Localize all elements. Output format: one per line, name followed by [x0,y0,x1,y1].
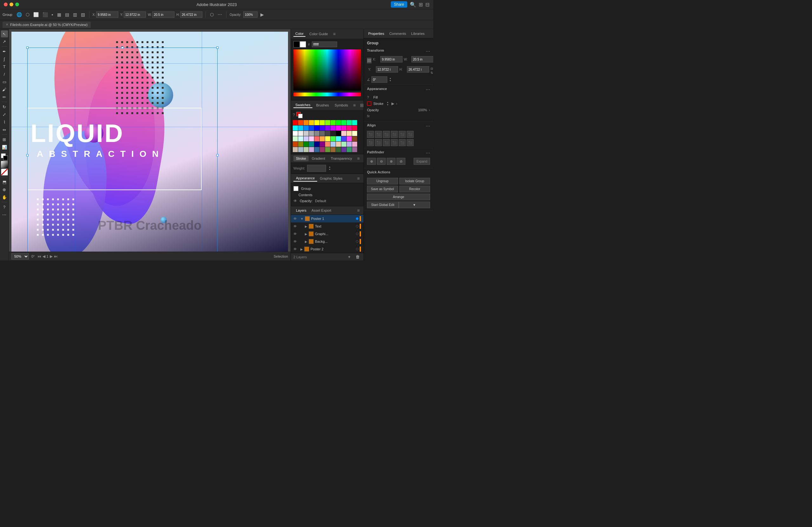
swatch-color[interactable] [293,120,298,125]
swatch-color[interactable] [325,120,330,125]
tab-layers[interactable]: Layers [293,208,309,213]
swatch-color[interactable] [336,142,341,147]
shape-builder-tool[interactable]: ⊞ [1,136,8,143]
swatch-color[interactable] [347,147,352,152]
layer-expand-icon[interactable]: ▶ [305,240,307,243]
layer-item[interactable]: 👁 ▶ Graphi... [291,230,363,238]
transform-icon[interactable]: ⬡ [25,11,30,18]
layer-item[interactable]: 👁 ▼ Poster 1 [291,215,363,223]
swatch-color[interactable] [314,120,319,125]
swatch-color[interactable] [314,136,319,141]
swatch-color[interactable] [298,142,303,147]
layer-item[interactable]: 👁 ▶ Backg... [291,238,363,245]
maximize-button[interactable] [15,2,19,6]
opacity-input[interactable] [243,11,258,18]
more-icon[interactable]: ⋯ [217,11,223,18]
selection-tool[interactable]: ↖ [1,30,8,37]
tab-gradient[interactable]: Gradient [309,155,328,161]
swatch-color[interactable] [304,142,309,147]
dist-h3-btn[interactable]: ⬛ [399,139,406,146]
pf-minus-btn[interactable]: ⊖ [377,158,386,165]
handle-mr[interactable] [216,154,219,156]
swatch-color[interactable] [325,142,330,147]
swatch-color[interactable] [304,136,309,141]
dist-h2-btn[interactable]: ⬛ [383,139,390,146]
swatch-color[interactable] [293,125,298,131]
swatch-color[interactable] [304,147,309,152]
color-panel-more[interactable]: ≡ [332,31,337,36]
pf-exclude-btn[interactable]: ⊘ [396,158,405,165]
h-value-input[interactable] [407,66,429,73]
swatch-color[interactable] [293,147,298,152]
scale-tool[interactable]: ⤢ [1,111,8,118]
align-left-icon[interactable]: ⬜ [32,11,40,18]
background-swatch[interactable] [300,41,306,47]
opacity-more[interactable]: › [429,108,430,112]
next-page-button[interactable]: ▶ [50,254,53,259]
transform-more[interactable]: ⋯ [426,49,430,54]
h-input[interactable] [180,11,202,18]
color-picker-canvas[interactable] [293,49,361,91]
pen-tool[interactable]: ✒ [1,48,8,55]
background-color[interactable] [3,155,8,160]
angle-input[interactable] [372,76,387,83]
dist-v3-btn[interactable]: ⬛ [407,139,414,146]
swatch-color[interactable] [341,131,346,136]
align-right-icon[interactable]: ▪ [51,11,54,18]
swatch-color[interactable] [341,142,346,147]
globe-icon[interactable]: 🌐 [16,11,23,18]
appearance-more[interactable]: ⋯ [426,87,430,92]
opacity-arrow-icon[interactable]: ▶ [259,11,265,18]
x-value-input[interactable] [380,56,403,62]
tab-asset-export[interactable]: Asset Export [309,208,334,213]
swatch-question-btn[interactable]: ? [293,113,295,117]
y-value-input[interactable] [376,66,398,73]
swatch-color[interactable] [331,136,336,141]
search-icon[interactable]: 🔍 [410,2,416,7]
swatch-color[interactable] [320,120,325,125]
close-button[interactable] [4,2,8,6]
swatch-color[interactable] [298,125,303,131]
handle-tl[interactable] [26,47,29,49]
swatch-color[interactable] [352,125,357,131]
global-edit-dropdown[interactable]: ▼ [399,201,431,208]
pf-intersect-btn[interactable]: ⊗ [387,158,395,165]
layers-panel-more[interactable]: ≡ [356,208,361,213]
layer-expand-icon[interactable]: ▶ [300,247,303,251]
pencil-tool[interactable]: ✏ [1,93,8,101]
swatch-color[interactable] [352,147,357,152]
layer-expand-icon[interactable]: ▶ [305,225,307,228]
swatch-color[interactable] [331,120,336,125]
swatch-color[interactable] [304,120,309,125]
rect-tool[interactable]: ▭ [1,78,8,85]
align-center-h-icon[interactable]: ⬛ [42,11,49,18]
swatch-color[interactable] [352,120,357,125]
align-top-btn[interactable]: ⬛ [391,131,398,138]
appearance-panel-more[interactable]: ≡ [356,176,361,181]
align-bottom-icon[interactable]: ▧ [80,11,86,18]
artboard-tool[interactable]: ⬒ [1,178,8,185]
handle-tr[interactable] [216,47,219,49]
swatch-color[interactable] [293,142,298,147]
swatch-color[interactable] [320,147,325,152]
first-page-button[interactable]: ⏮ [38,254,41,259]
swatch-color[interactable] [347,136,352,141]
more-tools[interactable]: ⋯ [1,211,8,218]
stroke-more[interactable]: › [396,102,397,106]
tab-appearance[interactable]: Appearance [293,175,317,182]
distribute-icon[interactable]: ▦ [56,11,62,18]
tab-color-guide[interactable]: Color Guide [307,31,330,36]
stroke-down[interactable]: ▼ [387,104,389,106]
swatch-color[interactable] [336,125,341,131]
save-as-symbol-button[interactable]: Save as Symbol [367,186,398,192]
tab-properties[interactable]: Properties [366,31,386,36]
weight-input[interactable] [307,165,326,172]
swatch-color[interactable] [336,131,341,136]
swatch-color[interactable] [331,125,336,131]
recolor-button[interactable]: Recolor [399,186,431,192]
swatch-color[interactable] [293,136,298,141]
swatch-color[interactable] [293,131,298,136]
flip-btn[interactable]: ⇅ [431,71,433,74]
warp-tool[interactable]: ⌇ [1,119,8,125]
graph-tool[interactable]: 📊 [1,144,8,151]
